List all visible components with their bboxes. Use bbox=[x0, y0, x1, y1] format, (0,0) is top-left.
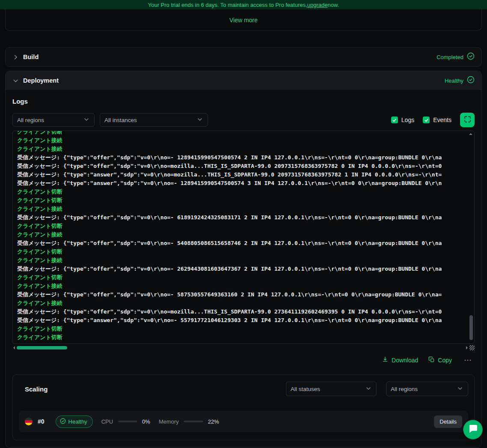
cpu-label: CPU bbox=[101, 418, 113, 425]
build-status-text: Completed bbox=[437, 54, 463, 60]
view-more-link[interactable]: View more bbox=[229, 17, 258, 24]
scrollbar-right-arrow-icon[interactable] bbox=[466, 346, 468, 349]
log-line: 受信メッセージ: {"type":"offer","sdp":"v=0\r\no… bbox=[17, 265, 474, 273]
statuses-select[interactable]: All statuses bbox=[286, 382, 377, 396]
memory-bar bbox=[184, 421, 203, 422]
metrics-card: View more bbox=[5, 9, 482, 31]
scaling-regions-select-value: All regions bbox=[391, 386, 418, 392]
log-line: クライアント接続 bbox=[17, 299, 474, 308]
statuses-select-value: All statuses bbox=[291, 386, 320, 392]
log-line: 受信メッセージ: {"type":"answer","sdp":"v=0\r\n… bbox=[17, 179, 474, 188]
trial-banner-text-after: now. bbox=[328, 2, 339, 8]
trial-banner-text: Your Pro trial ends in 6 days. To mainta… bbox=[148, 2, 307, 8]
copy-button[interactable]: Copy bbox=[428, 356, 452, 364]
log-line: クライアント切断 bbox=[17, 333, 474, 340]
regions-select[interactable]: All regions bbox=[12, 113, 95, 127]
copy-icon bbox=[428, 356, 435, 364]
instances-select-value: All instances bbox=[104, 117, 137, 123]
log-line: クライアント切断 bbox=[17, 248, 474, 256]
log-line: クライアント接続 bbox=[17, 136, 474, 145]
memory-value: 22% bbox=[208, 418, 219, 425]
log-line: クライアント切断 bbox=[17, 188, 474, 196]
check-circle-icon bbox=[467, 76, 475, 85]
events-checkbox-label: Events bbox=[433, 116, 451, 123]
log-line: 受信メッセージ: {"type":"answer","sdp":"v=0\r\n… bbox=[17, 316, 474, 325]
log-lines: クライアント切断クライアント接続クライアント接続受信メッセージ: {"type"… bbox=[13, 131, 474, 340]
log-line: 受信メッセージ: {"type":"answer","sdp":"v=0\r\n… bbox=[17, 170, 474, 179]
log-line: クライアント接続 bbox=[17, 205, 474, 213]
vertical-scrollbar-thumb[interactable] bbox=[469, 315, 473, 340]
resize-grip[interactable] bbox=[469, 345, 475, 350]
log-line: 受信メッセージ: {"type":"offer","sdp":"v=0\r\no… bbox=[17, 162, 474, 170]
chevron-down-icon bbox=[196, 116, 203, 124]
copy-label: Copy bbox=[438, 357, 452, 364]
more-options-button[interactable]: ⋯ bbox=[462, 358, 474, 362]
scaling-heading: Scaling bbox=[25, 385, 48, 393]
trial-banner: Your Pro trial ends in 6 days. To mainta… bbox=[0, 0, 487, 9]
chevron-down-icon bbox=[12, 78, 19, 84]
scrollbar-left-arrow-icon[interactable] bbox=[13, 346, 15, 349]
log-line: クライアント接続 bbox=[17, 230, 474, 239]
log-line: 受信メッセージ: {"type":"offer","sdp":"v=0\r\no… bbox=[17, 308, 474, 316]
log-line: 受信メッセージ: {"type":"offer","sdp":"v=0\r\no… bbox=[17, 239, 474, 248]
events-checkbox[interactable] bbox=[423, 116, 430, 123]
download-button[interactable]: Download bbox=[382, 356, 418, 364]
log-line: 受信メッセージ: {"type":"offer","sdp":"v=0\r\no… bbox=[17, 153, 474, 162]
events-checkbox-group[interactable]: Events bbox=[423, 116, 451, 123]
deployment-section: Deployment Healthy Logs All regions All … bbox=[5, 71, 482, 448]
deployment-title: Deployment bbox=[23, 77, 59, 84]
memory-label: Memory bbox=[159, 418, 179, 425]
log-line: クライアント切断 bbox=[17, 222, 474, 230]
download-icon bbox=[382, 356, 389, 364]
horizontal-scrollbar[interactable] bbox=[12, 345, 475, 350]
log-line: クライアント接続 bbox=[17, 282, 474, 290]
build-section-header[interactable]: Build Completed bbox=[6, 48, 481, 66]
instances-select[interactable]: All instances bbox=[100, 113, 208, 127]
check-circle-icon bbox=[467, 52, 475, 62]
germany-flag-icon bbox=[25, 418, 33, 425]
chat-launcher-button[interactable] bbox=[463, 420, 483, 439]
download-label: Download bbox=[392, 357, 418, 364]
chevron-down-icon bbox=[457, 385, 463, 393]
logs-heading: Logs bbox=[12, 98, 475, 105]
chat-icon bbox=[468, 424, 478, 436]
expand-icon bbox=[463, 115, 472, 125]
log-line: クライアント切断 bbox=[17, 196, 474, 205]
details-button[interactable]: Details bbox=[434, 415, 462, 428]
health-badge-label: Healthy bbox=[68, 418, 87, 425]
spacer bbox=[0, 31, 487, 47]
cpu-value: 0% bbox=[142, 418, 150, 425]
log-line: 受信メッセージ: {"type":"offer","sdp":"v=0\r\no… bbox=[17, 290, 474, 299]
cpu-bar bbox=[118, 421, 137, 422]
build-title: Build bbox=[23, 54, 39, 60]
deployment-section-header[interactable]: Deployment Healthy bbox=[6, 71, 481, 90]
chevron-down-icon bbox=[83, 116, 90, 124]
log-line: 受信メッセージ: {"type":"offer","sdp":"v=0\r\no… bbox=[17, 213, 474, 222]
log-line: クライアント接続 bbox=[17, 145, 474, 153]
scrollbar-up-arrow-icon[interactable] bbox=[469, 133, 472, 135]
logs-checkbox[interactable] bbox=[391, 116, 398, 123]
deployment-status-text: Healthy bbox=[445, 78, 463, 84]
logs-filter-row: All regions All instances Logs bbox=[12, 113, 475, 127]
regions-select-value: All regions bbox=[17, 117, 44, 123]
check-circle-icon bbox=[60, 418, 66, 425]
log-line: クライアント接続 bbox=[17, 256, 474, 265]
health-badge: Healthy bbox=[56, 415, 93, 428]
log-viewer: クライアント切断クライアント接続クライアント接続受信メッセージ: {"type"… bbox=[12, 131, 475, 344]
horizontal-scrollbar-thumb[interactable] bbox=[17, 346, 67, 349]
log-line: クライアント切断 bbox=[17, 273, 474, 282]
scaling-section: Scaling All statuses All regions bbox=[12, 374, 475, 440]
log-line: クライアント切断 bbox=[17, 131, 474, 136]
instance-id: #0 bbox=[38, 418, 45, 425]
logs-checkbox-group[interactable]: Logs bbox=[391, 116, 414, 123]
fullscreen-button[interactable] bbox=[460, 113, 475, 127]
chevron-right-icon bbox=[12, 54, 19, 60]
logs-checkbox-label: Logs bbox=[401, 116, 414, 123]
upgrade-link[interactable]: upgrade bbox=[307, 2, 328, 8]
log-line: クライアント切断 bbox=[17, 325, 474, 333]
log-actions-row: Download Copy ⋯ bbox=[12, 350, 475, 368]
scaling-regions-select[interactable]: All regions bbox=[386, 382, 468, 396]
chevron-down-icon bbox=[365, 385, 372, 393]
build-section: Build Completed bbox=[5, 47, 482, 67]
instance-row: #0 Healthy CPU 0% Memory 22% Details bbox=[19, 411, 468, 432]
